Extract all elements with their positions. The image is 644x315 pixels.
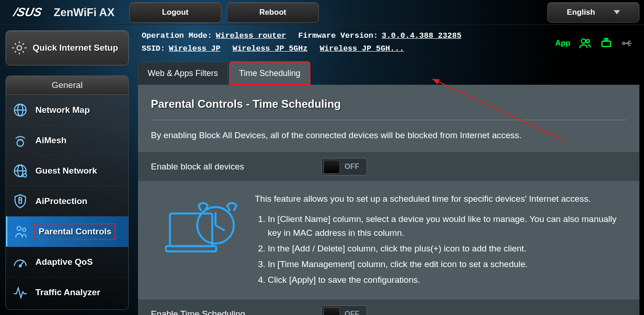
chevron-down-icon xyxy=(614,10,620,14)
ssid-label: SSID: xyxy=(142,42,165,55)
brand-logo: /SUS xyxy=(3,5,50,19)
operation-mode-value[interactable]: Wireless router xyxy=(216,29,286,42)
operation-mode-label: Operation Mode: xyxy=(142,29,212,42)
toggle-knob xyxy=(323,160,340,174)
qis-label: Quick Internet Setup xyxy=(33,42,118,53)
globe-icon xyxy=(12,102,28,118)
sidebar-item-traffic-analyzer[interactable]: Traffic Analyzer xyxy=(6,277,128,308)
ssid-3[interactable]: Wireless JP 5GH... xyxy=(320,42,404,55)
usb-icon[interactable] xyxy=(621,37,634,50)
sidebar-item-label: AiProtection xyxy=(35,196,87,206)
setting-label: Enable Time Scheduling xyxy=(151,309,321,315)
feature-intro: This feature allows you to set up a sche… xyxy=(255,192,627,206)
tab-web-apps-filters[interactable]: Web & Apps Filters xyxy=(138,62,228,85)
svg-line-26 xyxy=(216,225,225,230)
instruction-step-3: In [Time Management] column, click the e… xyxy=(268,257,627,271)
svg-point-7 xyxy=(17,46,22,50)
wan-icon[interactable] xyxy=(600,37,613,50)
sidebar-item-adaptive-qos[interactable]: Adaptive QoS xyxy=(6,247,128,277)
firmware-label: Firmware Version: xyxy=(298,29,378,42)
family-icon xyxy=(14,224,29,239)
setting-time-scheduling: Enable Time Scheduling OFF xyxy=(138,299,639,315)
firmware-value[interactable]: 3.0.0.4.388_23285 xyxy=(382,29,461,42)
product-model: ZenWiFi AX xyxy=(54,6,115,19)
svg-point-18 xyxy=(23,228,26,231)
sidebar-item-label: Parental Controls xyxy=(37,226,113,238)
toggle-block-all[interactable]: OFF xyxy=(321,158,367,175)
instruction-step-1: In [Client Name] column, select a device… xyxy=(268,212,627,240)
sidebar-item-aimesh[interactable]: AiMesh xyxy=(6,125,128,156)
section-general: General xyxy=(6,76,129,95)
setting-label: Enable block all devices xyxy=(151,162,321,172)
globe-share-icon xyxy=(12,163,28,179)
sidebar-item-parental-controls[interactable]: Parental Controls xyxy=(6,216,128,247)
toggle-knob xyxy=(323,307,340,315)
logout-button[interactable]: Logout xyxy=(129,2,221,23)
svg-rect-23 xyxy=(166,246,216,251)
ssid-1[interactable]: Wireless JP xyxy=(169,42,220,55)
sidebar-item-label: Network Map xyxy=(35,105,90,115)
toggle-state: OFF xyxy=(345,163,359,171)
setting-block-all-devices: Enable block all devices OFF xyxy=(138,152,639,181)
gear-icon xyxy=(12,40,27,56)
svg-point-0 xyxy=(581,39,586,43)
users-icon[interactable] xyxy=(579,37,592,50)
gauge-icon xyxy=(12,254,28,270)
pulse-icon xyxy=(12,285,28,300)
toggle-state: OFF xyxy=(345,310,359,315)
svg-rect-16 xyxy=(19,200,22,203)
quick-internet-setup[interactable]: Quick Internet Setup xyxy=(6,30,129,65)
sidebar-item-guest-network[interactable]: Guest Network xyxy=(6,156,128,186)
svg-point-1 xyxy=(586,40,589,43)
svg-point-5 xyxy=(623,42,625,45)
sidebar-item-label: AiMesh xyxy=(35,135,67,146)
language-select[interactable]: English xyxy=(547,2,639,23)
router-icon xyxy=(12,133,28,148)
reboot-button[interactable]: Reboot xyxy=(227,2,319,23)
app-link[interactable]: App xyxy=(555,39,570,48)
page-title: Parental Controls - Time Scheduling xyxy=(151,98,627,120)
schedule-icon xyxy=(165,192,243,261)
sidebar-item-network-map[interactable]: Network Map xyxy=(6,95,128,125)
language-label: English xyxy=(567,8,595,17)
sidebar-item-label: Traffic Analyzer xyxy=(35,287,100,298)
instruction-step-4: Click [Apply] to save the configurations… xyxy=(268,273,627,287)
toggle-time-scheduling[interactable]: OFF xyxy=(321,305,367,315)
sidebar-item-aiprotection[interactable]: AiProtection xyxy=(6,186,128,216)
page-description: By enabling Block All Devices, all of th… xyxy=(151,130,627,140)
svg-rect-2 xyxy=(602,41,611,47)
svg-point-15 xyxy=(23,174,26,177)
sidebar-item-label: Guest Network xyxy=(35,166,97,176)
ssid-2[interactable]: Wireless JP 5GHz xyxy=(232,42,307,55)
instruction-step-2: In the [Add / Delete] column, click the … xyxy=(268,242,627,256)
svg-point-17 xyxy=(17,226,21,230)
tab-time-scheduling[interactable]: Time Scheduling xyxy=(230,62,310,85)
sidebar-item-label: Adaptive QoS xyxy=(35,257,93,267)
shield-icon xyxy=(12,193,28,209)
